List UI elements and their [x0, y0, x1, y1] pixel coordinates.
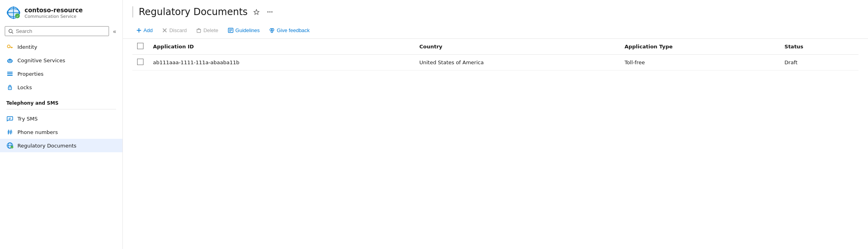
sidebar-item-properties[interactable]: Properties — [0, 67, 122, 80]
feedback-button[interactable]: Give feedback — [265, 25, 314, 35]
sidebar: ✓ contoso-resource Communication Service… — [0, 0, 123, 249]
resource-subtitle: Communication Service — [25, 14, 83, 19]
sidebar-item-regulatory-documents[interactable]: ✓ Regulatory Documents — [0, 139, 122, 152]
header-checkbox[interactable] — [137, 43, 143, 49]
sidebar-item-try-sms[interactable]: Try SMS — [0, 112, 122, 125]
favorite-button[interactable] — [252, 7, 261, 17]
svg-point-34 — [267, 11, 268, 13]
svg-rect-41 — [197, 29, 201, 33]
svg-text:✓: ✓ — [11, 146, 13, 149]
more-options-button[interactable] — [265, 7, 275, 17]
sidebar-item-label: Cognitive Services — [17, 57, 65, 63]
guidelines-button[interactable]: Guidelines — [224, 25, 264, 35]
search-input[interactable] — [16, 28, 105, 34]
add-label: Add — [143, 27, 153, 33]
sidebar-item-label: Identity — [17, 44, 37, 50]
svg-point-9 — [8, 45, 10, 48]
cloud-icon — [6, 57, 13, 64]
discard-label: Discard — [169, 27, 187, 33]
nav-group-main: Identity Cognitive Services — [0, 40, 122, 94]
add-button[interactable]: Add — [132, 25, 157, 35]
cell-status: Draft — [780, 55, 858, 71]
table-row[interactable]: ab111aaa-1111-111a-abaaba11b United Stat… — [132, 55, 858, 71]
svg-point-7 — [9, 29, 12, 32]
svg-rect-19 — [7, 75, 13, 76]
svg-text:✓: ✓ — [16, 15, 19, 18]
sidebar-item-label: Locks — [17, 84, 32, 90]
guidelines-label: Guidelines — [235, 27, 260, 33]
data-table: Application ID Country Application Type … — [123, 39, 868, 249]
row-checkbox-cell — [132, 55, 148, 71]
row-checkbox[interactable] — [137, 59, 143, 65]
toolbar: Add Discard Delete — [123, 22, 868, 39]
add-icon — [136, 28, 141, 33]
ellipsis-icon — [267, 9, 273, 15]
svg-rect-18 — [7, 73, 13, 74]
sidebar-item-identity[interactable]: Identity — [0, 40, 122, 54]
svg-line-8 — [12, 32, 13, 33]
discard-button[interactable]: Discard — [158, 25, 191, 35]
key-icon — [6, 43, 13, 50]
svg-line-25 — [11, 130, 11, 134]
delete-button[interactable]: Delete — [192, 25, 222, 35]
svg-line-24 — [8, 130, 9, 134]
search-box[interactable] — [5, 26, 109, 36]
page-header: Regulatory Documents — [123, 0, 868, 22]
sidebar-item-locks[interactable]: Locks — [0, 80, 122, 94]
search-icon — [8, 29, 13, 34]
sidebar-item-phone-numbers[interactable]: Phone numbers — [0, 125, 122, 139]
bars-icon — [6, 70, 13, 77]
svg-point-51 — [271, 29, 274, 31]
resource-logo: ✓ — [6, 6, 21, 20]
guidelines-icon — [228, 28, 233, 33]
col-application-type: Application Type — [620, 39, 780, 55]
discard-icon — [162, 28, 167, 33]
sidebar-item-label: Regulatory Documents — [17, 143, 76, 149]
table-header-row: Application ID Country Application Type … — [132, 39, 858, 55]
svg-point-36 — [271, 11, 272, 13]
svg-marker-33 — [254, 10, 259, 15]
svg-point-21 — [10, 88, 10, 89]
sidebar-title-group: contoso-resource Communication Service — [25, 7, 83, 19]
cell-application-type: Toll-free — [620, 55, 780, 71]
sidebar-item-label: Phone numbers — [17, 129, 58, 135]
regulatory-table: Application ID Country Application Type … — [132, 39, 858, 71]
feedback-icon — [269, 28, 275, 33]
cell-application-id: ab111aaa-1111-111a-abaaba11b — [148, 55, 415, 71]
sidebar-item-label: Try SMS — [17, 116, 38, 122]
page-title: Regulatory Documents — [139, 6, 248, 17]
telephony-section-header: Telephony and SMS — [0, 94, 122, 108]
star-icon — [253, 9, 260, 15]
resource-name: contoso-resource — [25, 7, 83, 14]
col-country: Country — [415, 39, 620, 55]
svg-point-35 — [269, 11, 270, 13]
hash-icon — [6, 128, 13, 136]
svg-rect-17 — [7, 72, 13, 73]
delete-label: Delete — [203, 27, 218, 33]
delete-icon — [196, 28, 201, 33]
sidebar-header: ✓ contoso-resource Communication Service — [0, 0, 122, 24]
col-status: Status — [780, 39, 858, 55]
nav-divider — [6, 109, 116, 109]
nav-group-telephony: Try SMS Phone numbers ✓ — [0, 112, 122, 152]
sidebar-item-label: Properties — [17, 71, 44, 77]
sidebar-item-cognitive-services[interactable]: Cognitive Services — [0, 54, 122, 67]
cell-country: United States of America — [415, 55, 620, 71]
lock-icon — [6, 84, 13, 91]
globe-check-icon: ✓ — [6, 142, 13, 149]
main-content: Regulatory Documents Add — [123, 0, 868, 249]
col-application-id: Application ID — [148, 39, 415, 55]
chat-icon — [6, 115, 13, 122]
header-divider — [132, 6, 133, 17]
collapse-button[interactable]: « — [111, 27, 118, 35]
header-checkbox-col — [132, 39, 148, 55]
search-row: « — [0, 24, 122, 40]
feedback-label: Give feedback — [277, 27, 310, 33]
